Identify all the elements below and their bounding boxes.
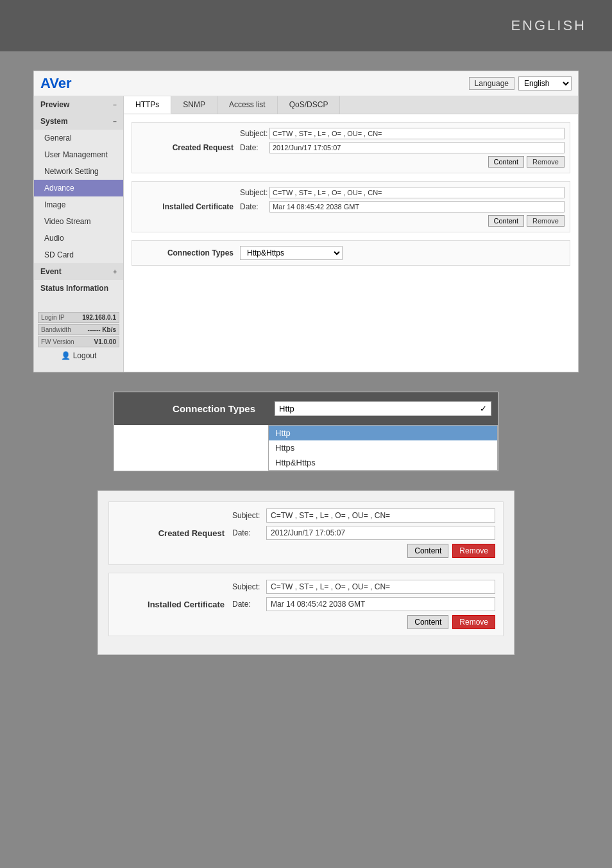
logout-label: Logout: [73, 351, 97, 360]
dropdown-chevron-icon: ✓: [480, 404, 487, 413]
tab-snmp-label: SNMP: [183, 100, 205, 109]
conn-label: Connection Types: [167, 248, 234, 257]
detail-installed-content-button[interactable]: Content: [407, 615, 448, 629]
dropdown-header-label: Connection Types: [114, 403, 268, 414]
installed-cert-date-row: Date: Mar 14 08:45:42 2038 GMT: [240, 201, 565, 213]
detail-installed-cert-label-col: Installed Certificate: [117, 580, 232, 629]
sidebar-item-general[interactable]: General: [34, 130, 123, 146]
logout-row[interactable]: 👤 Logout: [38, 349, 119, 363]
fw-version-value: V1.0.00: [94, 338, 116, 345]
language-label: Language: [469, 77, 514, 90]
sidebar-item-video-stream[interactable]: Video Stream: [34, 213, 123, 230]
language-select[interactable]: English Chinese Japanese: [518, 76, 572, 91]
connection-types-select[interactable]: Http Https Http&Https: [240, 246, 343, 260]
detail-created-subject-value: C=TW , ST= , L= , O= , OU= , CN=: [266, 508, 495, 523]
sidebar-item-advance[interactable]: Advance: [34, 180, 123, 196]
detail-created-subject-key: Subject:: [232, 511, 261, 520]
sidebar-item-status-information[interactable]: Status Information: [34, 280, 123, 297]
dropdown-option-https-label: Https: [275, 443, 294, 453]
sidebar-footer: Login IP 192.168.0.1 Bandwidth ------ Kb…: [34, 309, 123, 365]
detail-installed-date-value: Mar 14 08:45:42 2038 GMT: [266, 597, 495, 611]
sidebar-audio-label: Audio: [44, 234, 64, 243]
installed-cert-subject-value: C=TW , ST= , L= , O= , OU= , CN=: [269, 187, 565, 198]
ui-header: AVer Language English Chinese Japanese: [34, 71, 578, 96]
login-ip-value: 192.168.0.1: [82, 314, 116, 321]
detail-created-request-buttons: Content Remove: [232, 544, 495, 558]
installed-cert-label-col: Installed Certificate: [137, 187, 240, 227]
dropdown-option-http[interactable]: Http: [269, 426, 497, 440]
bandwidth-value: ------ Kb/s: [88, 326, 116, 333]
main-content: HTTPs SNMP Access list QoS/DSCP: [124, 96, 578, 372]
brand-logo: AVer: [40, 75, 72, 92]
tab-qos-dscp-label: QoS/DSCP: [289, 100, 328, 109]
dropdown-select-area: Http ✓: [268, 399, 498, 419]
sidebar-advance-label: Advance: [44, 184, 74, 193]
cert-detail-installed-certificate: Installed Certificate Subject: C=TW , ST…: [108, 573, 504, 636]
sidebar-item-user-management[interactable]: User Management: [34, 146, 123, 163]
dropdown-option-http-https[interactable]: Http&Https: [269, 455, 497, 470]
tabs-row: HTTPs SNMP Access list QoS/DSCP: [124, 96, 578, 114]
installed-cert-label: Installed Certificate: [162, 202, 234, 211]
sidebar-sd-card-label: SD Card: [44, 250, 74, 259]
created-request-subject-value: C=TW , ST= , L= , O= , OU= , CN=: [269, 128, 565, 139]
created-request-subject-key: Subject:: [240, 129, 266, 138]
detail-installed-remove-button[interactable]: Remove: [452, 615, 495, 629]
sidebar-item-system[interactable]: System −: [34, 113, 123, 130]
ui-body: Preview − System − General User Manageme…: [34, 96, 578, 372]
tab-qos-dscp[interactable]: QoS/DSCP: [278, 96, 341, 114]
page-wrapper: AVer Language English Chinese Japanese P…: [0, 51, 612, 674]
detail-created-request-label-col: Created Request: [117, 508, 232, 558]
detail-created-date-key: Date:: [232, 528, 261, 537]
dropdown-select-box[interactable]: Http ✓: [275, 401, 491, 416]
dropdown-options-list: Http Https Http&Https: [268, 425, 498, 471]
tab-access-list[interactable]: Access list: [217, 96, 278, 114]
created-request-remove-button[interactable]: Remove: [527, 156, 565, 168]
dropdown-panel: Connection Types Http ✓ Http Https Http&…: [114, 392, 498, 471]
banner-text: ENGLISH: [511, 17, 586, 34]
detail-installed-date-key: Date:: [232, 600, 261, 609]
sidebar-item-preview[interactable]: Preview −: [34, 96, 123, 113]
fw-version-key: FW Version: [41, 338, 74, 345]
login-ip-key: Login IP: [41, 314, 65, 321]
installed-cert-buttons: Content Remove: [240, 215, 565, 227]
language-row: Language English Chinese Japanese: [469, 76, 572, 91]
sidebar-network-setting-label: Network Setting: [44, 167, 99, 176]
logout-icon: 👤: [61, 351, 71, 360]
detail-installed-cert-buttons: Content Remove: [232, 615, 495, 629]
installed-cert-content-button[interactable]: Content: [488, 215, 525, 227]
sidebar-event-label: Event: [40, 267, 62, 276]
detail-created-content-button[interactable]: Content: [407, 544, 448, 558]
dropdown-option-http-https-label: Http&Https: [275, 458, 316, 467]
sidebar-item-sd-card[interactable]: SD Card: [34, 247, 123, 263]
created-request-fields: Subject: C=TW , ST= , L= , O= , OU= , CN…: [240, 128, 565, 168]
sidebar-item-audio[interactable]: Audio: [34, 230, 123, 247]
dropdown-option-http-label: Http: [275, 428, 291, 438]
installed-cert-fields: Subject: C=TW , ST= , L= , O= , OU= , CN…: [240, 187, 565, 227]
content-area: Created Request Subject: C=TW , ST= , L=…: [124, 114, 578, 273]
created-request-label: Created Request: [173, 143, 234, 152]
system-expand-icon: −: [113, 118, 117, 125]
sidebar-user-management-label: User Management: [44, 150, 108, 159]
created-request-content-button[interactable]: Content: [488, 156, 525, 168]
dropdown-current-value: Http: [279, 404, 294, 413]
tab-snmp[interactable]: SNMP: [171, 96, 217, 114]
sidebar-item-event[interactable]: Event +: [34, 263, 123, 280]
detail-created-remove-button[interactable]: Remove: [452, 544, 495, 558]
created-request-buttons: Content Remove: [240, 156, 565, 168]
tab-https-label: HTTPs: [135, 100, 159, 109]
sidebar-item-network-setting[interactable]: Network Setting: [34, 163, 123, 180]
detail-installed-cert-date-row: Date: Mar 14 08:45:42 2038 GMT: [232, 597, 495, 611]
created-request-subject-row: Subject: C=TW , ST= , L= , O= , OU= , CN…: [240, 128, 565, 139]
installed-cert-date-value: Mar 14 08:45:42 2038 GMT: [269, 201, 565, 213]
dropdown-option-https[interactable]: Https: [269, 440, 497, 455]
connection-types-section: Connection Types Http Https Http&Https: [132, 240, 570, 266]
sidebar-item-image[interactable]: Image: [34, 196, 123, 213]
installed-cert-remove-button[interactable]: Remove: [527, 215, 565, 227]
top-banner: ENGLISH: [0, 0, 612, 51]
tab-https[interactable]: HTTPs: [124, 96, 171, 114]
created-request-date-key: Date:: [240, 143, 266, 152]
tab-access-list-label: Access list: [229, 100, 266, 109]
detail-created-request-fields: Subject: C=TW , ST= , L= , O= , OU= , CN…: [232, 508, 495, 558]
sidebar: Preview − System − General User Manageme…: [34, 96, 124, 372]
conn-label-col: Connection Types: [137, 248, 240, 257]
